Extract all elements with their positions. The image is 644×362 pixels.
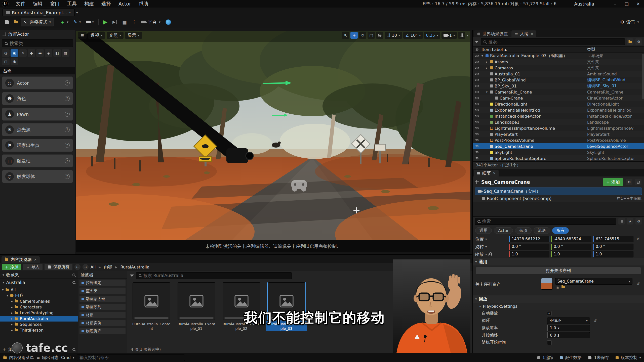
category-misc-icon[interactable]: ◻ xyxy=(2,58,10,65)
content-drawer-button[interactable]: 内容侧滑菜单 xyxy=(3,355,34,360)
reset-to-default-icon[interactable]: ↺ xyxy=(635,237,641,241)
new-folder-icon[interactable] xyxy=(627,38,633,45)
forward-button[interactable]: → xyxy=(83,264,89,270)
outliner-row[interactable]: SphereReflectionCaptureSphereReflectionC… xyxy=(473,155,644,161)
tree-item-characters[interactable]: ▸Characters xyxy=(0,304,78,310)
rotation-y-field[interactable] xyxy=(551,244,591,250)
add-component-button[interactable]: +添加 xyxy=(603,178,623,186)
world-space-icon[interactable] xyxy=(376,32,383,39)
cinematics-button[interactable]: ▾ xyxy=(84,18,97,26)
outliner-row[interactable]: InstancedFoliageActorInstancedFoliageAct… xyxy=(473,113,644,119)
trace-status[interactable]: 1追踪 xyxy=(537,355,553,360)
visibility-eye-icon[interactable] xyxy=(475,120,479,124)
expand-caret-icon[interactable]: ▾ xyxy=(485,90,489,94)
place-actor-item-character[interactable]: ☻ 角色 ? xyxy=(2,92,73,105)
place-actor-item-trigger-box[interactable]: □ 触发框 ? xyxy=(2,154,73,167)
stop-button[interactable]: ■ xyxy=(120,18,129,26)
expand-caret-icon[interactable]: ▸ xyxy=(485,60,489,64)
cat-streaming[interactable]: 流送 xyxy=(534,227,550,234)
filter-material-instance[interactable]: 材质实例 xyxy=(79,320,126,326)
chevron-down-icon[interactable]: ▾ xyxy=(485,245,487,248)
filter-anim-montage[interactable]: 动画蒙太奇 xyxy=(79,296,126,302)
play-options-button[interactable]: ⋮ xyxy=(129,18,139,26)
viewport-layout-icon[interactable] xyxy=(458,32,465,39)
outliner-row[interactable]: DirectionalLightDirectionalLight xyxy=(473,101,644,107)
outliner-search[interactable] xyxy=(481,38,625,45)
rotation-x-field[interactable] xyxy=(509,244,549,250)
source-root-header[interactable]: ▾Australia xyxy=(0,279,78,286)
outliner-row[interactable]: ▾CameraRig_CraneCameraRig_Crane xyxy=(473,89,644,95)
expand-caret-icon[interactable]: ▸ xyxy=(485,66,489,70)
menu-file[interactable]: 文件 xyxy=(12,0,29,8)
outliner-row[interactable]: Australia_01AmbientSound xyxy=(473,71,644,77)
category-lights-icon[interactable]: ☀ xyxy=(19,49,27,57)
rotation-snap-control[interactable]: ∠10°▾ xyxy=(403,32,423,39)
filter-material[interactable]: 材质 xyxy=(79,312,126,318)
visibility-eye-icon[interactable] xyxy=(475,108,479,112)
scale-lock-icon[interactable] xyxy=(489,254,492,256)
browse-to-asset-icon[interactable] xyxy=(561,286,565,288)
random-start-checkbox[interactable] xyxy=(547,340,552,345)
menu-window[interactable]: 窗口 xyxy=(46,0,63,8)
start-offset-field[interactable] xyxy=(547,332,590,338)
autoplay-checkbox[interactable]: ✓ xyxy=(547,311,552,316)
category-shapes-icon[interactable]: ◆ xyxy=(28,49,35,57)
menu-edit[interactable]: 编辑 xyxy=(29,0,46,8)
rotate-tool-icon[interactable]: ↻ xyxy=(359,32,366,39)
scale-tool-icon[interactable]: ▢ xyxy=(368,32,375,39)
visibility-eye-icon[interactable] xyxy=(475,144,479,148)
viewport-3d-scene[interactable] xyxy=(76,31,470,240)
outliner-search-input[interactable] xyxy=(488,39,622,44)
expand-caret-icon[interactable]: ▾ xyxy=(2,288,4,291)
tree-item-thirdperson[interactable]: ▸ThirdPerson xyxy=(0,327,78,333)
help-icon[interactable]: ? xyxy=(65,96,70,101)
visibility-eye-icon[interactable] xyxy=(475,66,479,70)
visibility-eye-icon[interactable] xyxy=(475,90,479,94)
scale-z-field[interactable] xyxy=(593,251,633,257)
outliner-settings-icon[interactable]: ⚙ xyxy=(635,38,642,45)
filter-blueprint-class[interactable]: 蓝图类 xyxy=(79,288,126,294)
reset-to-default-icon[interactable]: ↺ xyxy=(635,278,641,286)
visibility-eye-icon[interactable] xyxy=(475,150,479,154)
tree-item-ruralaustralia-selected[interactable]: ▸RuralAustralia xyxy=(0,316,78,322)
rotation-z-field[interactable] xyxy=(593,244,633,250)
settings-dropdown[interactable]: ⚙ 设置 ▾ xyxy=(618,18,641,26)
launch-button[interactable] xyxy=(163,18,174,26)
browse-content-button[interactable] xyxy=(12,18,21,26)
details-view-options-icon[interactable]: ⚙ xyxy=(626,179,632,185)
lock-icon[interactable] xyxy=(635,179,641,185)
expand-caret-icon[interactable]: ▸ xyxy=(11,317,13,320)
root-component-row[interactable]: RootComponent (SceneComp) 在C++中编辑 xyxy=(473,195,644,202)
import-button[interactable]: ↓导入 xyxy=(23,264,42,270)
expand-caret-icon[interactable]: ▸ xyxy=(11,329,13,332)
visibility-eye-icon[interactable] xyxy=(475,102,479,106)
console-input[interactable] xyxy=(79,355,182,360)
visibility-eye-icon[interactable] xyxy=(475,156,479,160)
outliner-row[interactable]: BP_GlobalWind编辑BP_GlobalWind xyxy=(473,77,644,83)
console-input-box[interactable] xyxy=(77,354,185,361)
visibility-eye-icon[interactable] xyxy=(475,138,479,142)
visibility-column-icon[interactable] xyxy=(475,48,479,52)
scale-x-field[interactable] xyxy=(509,251,549,257)
expand-caret-icon[interactable]: ▸ xyxy=(11,323,13,326)
category-volumes-icon[interactable]: ▦ xyxy=(62,49,69,57)
details-display-icon[interactable] xyxy=(618,218,625,224)
help-icon[interactable]: ? xyxy=(65,112,70,117)
expand-caret-icon[interactable]: ▾ xyxy=(480,54,484,58)
add-actor-button[interactable]: +▾ xyxy=(58,18,71,26)
add-content-button[interactable]: +添加 xyxy=(2,264,21,270)
outliner-scrollbar[interactable] xyxy=(642,54,644,99)
outliner-row[interactable]: ▾RuralAustralia_Example_03（编辑器）世界场景 xyxy=(473,53,644,59)
category-cinematic-icon[interactable]: ▬ xyxy=(36,49,44,57)
level-tab[interactable]: RuralAustralia_Exampl... • xyxy=(3,9,75,16)
category-vfx-icon[interactable]: ◈ xyxy=(45,49,52,57)
outliner-row[interactable]: Cam-CraneCineCameraActor xyxy=(473,95,644,101)
loop-dropdown[interactable]: 不循环▾ xyxy=(547,318,590,324)
help-icon[interactable]: ? xyxy=(65,80,70,85)
place-actor-item-trigger-sphere[interactable]: ○ 触发球体 ? xyxy=(2,170,73,183)
tab-options-caret-icon[interactable]: ▾ xyxy=(76,11,78,14)
menu-select[interactable]: 选择 xyxy=(98,0,115,8)
tab-content-browser[interactable]: 内容浏览器× xyxy=(2,256,40,263)
level-viewport[interactable]: ≡ 透视▾ 光照▾ 显示▾ ↖ + ↻ ▢ 10▾ ∠10°▾ 0.25▾ 1▾… xyxy=(76,31,470,252)
tree-item-levelprototyping[interactable]: ▸LevelPrototyping xyxy=(0,310,78,316)
